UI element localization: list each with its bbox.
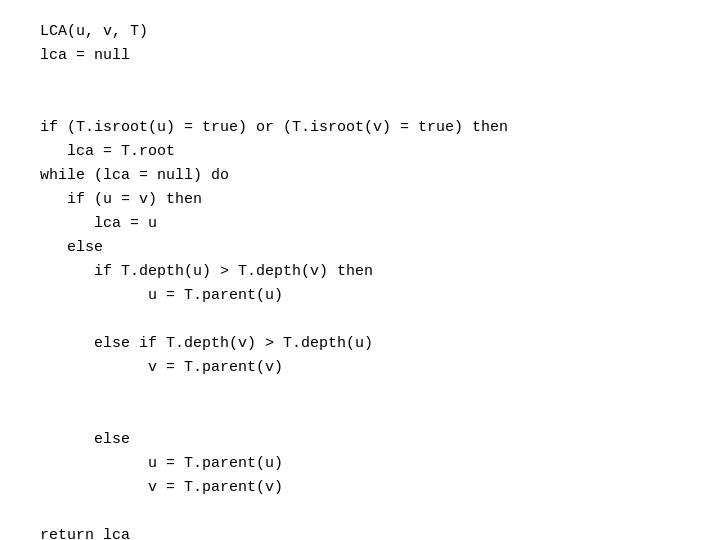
empty-line [40,308,680,332]
code-line: return lca [40,524,680,540]
code-line: u = T.parent(u) [40,284,680,308]
code-line: while (lca = null) do [40,164,680,188]
code-block: LCA(u, v, T)lca = nullif (T.isroot(u) = … [0,0,720,540]
code-line: else [40,236,680,260]
empty-line [40,500,680,524]
code-line: else [40,428,680,452]
code-line: v = T.parent(v) [40,476,680,500]
empty-line [40,92,680,116]
empty-line [40,380,680,404]
code-line: lca = null [40,44,680,68]
code-line: if (u = v) then [40,188,680,212]
empty-line [40,68,680,92]
code-line: else if T.depth(v) > T.depth(u) [40,332,680,356]
code-line: lca = T.root [40,140,680,164]
code-line: if T.depth(u) > T.depth(v) then [40,260,680,284]
empty-line [40,404,680,428]
code-line: if (T.isroot(u) = true) or (T.isroot(v) … [40,116,680,140]
code-line: u = T.parent(u) [40,452,680,476]
code-line: v = T.parent(v) [40,356,680,380]
code-line: lca = u [40,212,680,236]
code-line: LCA(u, v, T) [40,20,680,44]
